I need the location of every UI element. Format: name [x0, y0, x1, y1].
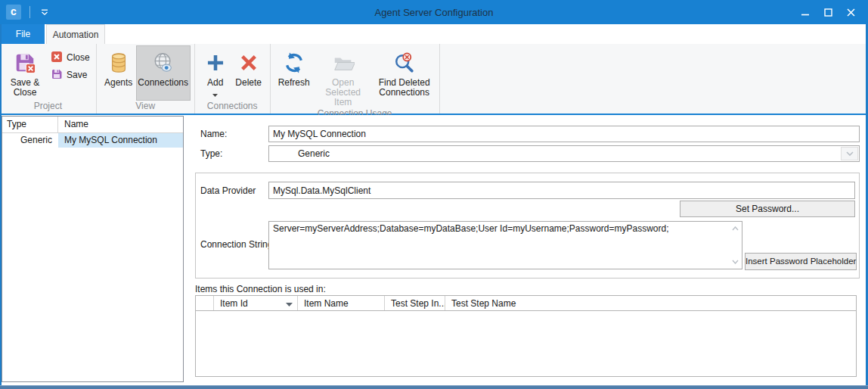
items-table-header: Item Id Item Name Test Step In... Test S… — [196, 296, 856, 311]
connection-list-panel: Type Name Generic My MySQL Connection — [2, 116, 184, 382]
close-label: Close — [67, 52, 90, 63]
save-and-close-button[interactable]: Save & Close — [5, 45, 45, 101]
type-combobox-value[interactable] — [269, 146, 859, 161]
tab-automation[interactable]: Automation — [46, 24, 105, 44]
ribbon-group-project: Save & Close Close Save — [0, 44, 97, 114]
type-combobox[interactable] — [268, 145, 860, 162]
type-combobox-dropdown-icon[interactable] — [841, 147, 858, 160]
scroll-up-icon[interactable] — [730, 225, 739, 232]
name-input[interactable] — [268, 126, 860, 142]
close-button[interactable] — [839, 0, 862, 24]
tab-file[interactable]: File — [2, 24, 45, 44]
delete-connection-button[interactable]: Delete — [231, 45, 266, 101]
save-close-label-line2: Close — [14, 88, 37, 98]
main-content: Type Name Generic My MySQL Connection Na… — [0, 115, 868, 389]
items-table-body — [196, 311, 856, 376]
column-header-name[interactable]: Name — [58, 117, 183, 132]
window-title: Agent Server Configuration — [0, 7, 868, 18]
group-label-project: Project — [0, 101, 96, 114]
column-header-type[interactable]: Type — [2, 117, 58, 132]
column-header-item-id[interactable]: Item Id — [214, 296, 298, 310]
titlebar-separator — [29, 6, 30, 18]
agents-label: Agents — [104, 78, 132, 88]
open-folder-icon — [332, 50, 355, 76]
agent-server-configuration-window: c Agent Server Configuration File Automa… — [0, 0, 868, 389]
refresh-button[interactable]: Refresh — [275, 45, 313, 108]
close-project-button[interactable]: Close — [48, 51, 92, 64]
scroll-down-icon[interactable] — [730, 258, 739, 266]
delete-label: Delete — [235, 78, 262, 88]
add-connection-button[interactable]: Add — [200, 45, 231, 101]
globe-connections-icon — [152, 50, 175, 76]
connection-list-header: Type Name — [2, 117, 183, 133]
connection-string-label: Connection String — [200, 239, 272, 250]
ribbon-tab-row: File Automation — [0, 24, 868, 44]
ribbon-group-view: Agents Connections View — [97, 44, 195, 114]
refresh-label: Refresh — [278, 78, 310, 88]
items-table: Item Id Item Name Test Step In... Test S… — [195, 295, 857, 377]
connections-button[interactable]: Connections — [136, 45, 191, 101]
data-provider-label: Data Provider — [200, 185, 256, 196]
column-header-test-step-name[interactable]: Test Step Name — [445, 296, 856, 310]
find-deleted-connections-button[interactable]: Find Deleted Connections — [374, 45, 436, 108]
group-label-view: View — [97, 101, 194, 114]
find-deleted-label-line2: Connections — [379, 88, 429, 98]
database-icon — [107, 50, 130, 76]
connections-label: Connections — [138, 78, 188, 88]
group-label-connections: Connections — [195, 101, 270, 114]
row-indicator-column — [196, 296, 214, 310]
ribbon-group-connection-usage: Refresh Open Selected Item — [271, 44, 440, 114]
open-selected-label-line1: Open Selected — [314, 78, 373, 98]
window-border-bottom — [0, 385, 868, 389]
type-label: Type: — [200, 148, 222, 159]
ribbon: Save & Close Close Save — [0, 44, 868, 115]
insert-password-placeholder-button[interactable]: Insert Password Placeholder — [745, 253, 857, 270]
open-selected-item-button[interactable]: Open Selected Item — [313, 45, 374, 108]
refresh-icon — [283, 50, 305, 76]
titlebar: c Agent Server Configuration — [0, 0, 868, 24]
name-label: Name: — [200, 129, 227, 139]
open-selected-label-line2: Item — [334, 98, 352, 107]
add-dropdown-icon[interactable] — [212, 89, 218, 99]
save-icon — [51, 68, 63, 82]
save-label: Save — [67, 70, 87, 80]
connection-row-type[interactable]: Generic — [2, 133, 58, 148]
close-red-icon — [51, 51, 63, 65]
column-header-test-step-in[interactable]: Test Step In... — [385, 296, 445, 310]
maximize-button[interactable] — [817, 0, 839, 24]
connection-row[interactable]: Generic My MySQL Connection — [2, 133, 183, 148]
set-password-button[interactable]: Set Password... — [680, 201, 855, 217]
quick-access-dropdown-icon[interactable] — [39, 7, 50, 17]
items-caption: Items this Connection is used in: — [195, 284, 326, 294]
column-header-item-name[interactable]: Item Name — [298, 296, 385, 310]
agents-button[interactable]: Agents — [101, 45, 136, 101]
connection-row-name[interactable]: My MySQL Connection — [58, 133, 183, 148]
window-border-left — [0, 24, 2, 389]
ribbon-group-connections: Add Delete Connections — [195, 44, 271, 114]
minimize-button[interactable] — [794, 0, 817, 24]
connection-string-field: Server=myServerAddress;Database=myDataBa… — [268, 221, 742, 269]
delete-x-icon — [238, 50, 259, 76]
connection-string-textarea[interactable]: Server=myServerAddress;Database=myDataBa… — [268, 221, 742, 269]
save-close-icon — [14, 50, 36, 76]
save-button[interactable]: Save — [48, 68, 92, 82]
data-provider-input[interactable] — [268, 182, 855, 199]
search-deleted-icon — [393, 50, 416, 76]
add-label: Add — [207, 78, 223, 88]
plus-icon — [205, 50, 226, 76]
filter-dropdown-icon[interactable] — [286, 298, 293, 309]
app-logo-icon[interactable]: c — [6, 5, 21, 20]
